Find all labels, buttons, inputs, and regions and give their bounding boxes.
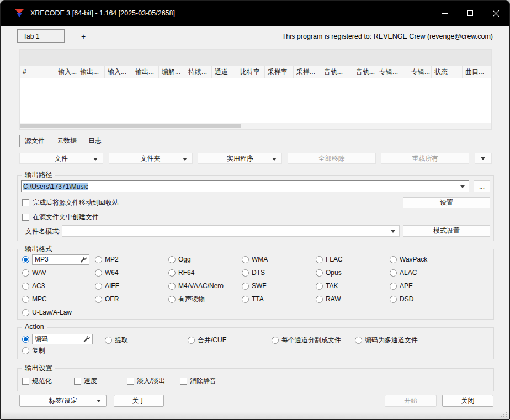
action-option-copy[interactable]: 复制	[22, 346, 45, 355]
tab-metadata[interactable]: 元数据	[52, 135, 82, 147]
column-header[interactable]: #	[20, 66, 55, 78]
column-header[interactable]: 编解...	[159, 66, 185, 78]
action-option-encode[interactable]: 编码	[22, 334, 93, 344]
checkbox-create-in-source-folder[interactable]: 在源文件夹中创建文件	[22, 212, 99, 222]
format-option-tak[interactable]: TAK	[316, 282, 390, 290]
format-option-opus[interactable]: Opus	[316, 269, 390, 277]
action-option-split-channels[interactable]: 每个通道分割成文件	[272, 336, 341, 345]
format-label: WavPack	[400, 256, 427, 263]
format-option-wavpack[interactable]: WavPack	[390, 256, 491, 263]
filename-pattern-combobox[interactable]	[62, 225, 400, 237]
checkbox-normalize[interactable]: 规范化	[22, 376, 52, 386]
radio-icon	[22, 347, 29, 354]
format-option-ac3[interactable]: AC3	[22, 282, 95, 290]
tab-source-files[interactable]: 源文件	[19, 135, 50, 147]
column-header[interactable]: 输入...	[105, 66, 132, 78]
more-options-button[interactable]	[475, 153, 492, 164]
format-option-dts[interactable]: DTS	[242, 269, 316, 277]
format-option-ulaw[interactable]: U-Law/A-Law	[22, 309, 95, 316]
radio-icon	[22, 283, 29, 290]
format-option-dsd[interactable]: DSD	[390, 295, 491, 303]
format-option-mp3[interactable]: MP3	[22, 254, 95, 265]
about-button[interactable]: 关于	[114, 395, 164, 407]
format-option-ogg[interactable]: Ogg	[168, 256, 242, 263]
radio-icon	[355, 337, 362, 344]
format-option-ofr[interactable]: OFR	[95, 295, 168, 303]
window-title: XRECODE 3 [64-bit] - 1.164 [2025-03-05/2…	[30, 9, 175, 17]
action-option-merge-cue[interactable]: 合并/CUE	[188, 336, 227, 345]
column-header[interactable]: 持续...	[185, 66, 212, 78]
checkbox-fade-in-out[interactable]: 淡入/淡出	[127, 376, 165, 386]
format-option-w64[interactable]: W64	[95, 269, 168, 277]
format-option-tta[interactable]: TTA	[242, 295, 316, 303]
minimize-button[interactable]	[432, 1, 458, 26]
maximize-button[interactable]	[458, 1, 483, 26]
column-header[interactable]: 采样...	[294, 66, 321, 78]
format-option-wav[interactable]: WAV	[22, 269, 95, 277]
add-tab-button[interactable]: +	[71, 29, 95, 43]
column-header[interactable]: 专辑...	[376, 66, 408, 78]
close-button[interactable]	[483, 1, 508, 26]
folder-dropdown-button[interactable]: 文件夹	[109, 153, 193, 164]
window-controls	[432, 1, 508, 26]
output-path-combobox[interactable]: C:\Users\17371\Music	[21, 180, 469, 192]
add-tab-label: +	[81, 32, 86, 41]
remove-all-label: 全部移除	[318, 154, 345, 163]
format-option-audiobook[interactable]: 有声读物	[168, 295, 242, 304]
tab-1[interactable]: Tab 1	[17, 29, 65, 43]
action-option-extract[interactable]: 提取	[105, 336, 128, 345]
checkbox-icon	[127, 378, 134, 385]
tab-1-label: Tab 1	[23, 33, 39, 40]
format-option-m4a[interactable]: M4A/AAC/Nero	[168, 282, 242, 290]
format-option-rf64[interactable]: RF64	[168, 269, 242, 277]
column-header[interactable]: 通道	[212, 66, 237, 78]
column-header[interactable]: 曲目...	[463, 66, 491, 78]
file-dropdown-button[interactable]: 文件	[19, 153, 103, 164]
format-option-swf[interactable]: SWF	[242, 282, 316, 290]
checkbox-remove-silence[interactable]: 消除静音	[180, 376, 216, 386]
remove-all-button[interactable]: 全部移除	[288, 153, 376, 164]
settings-button[interactable]: 设置	[403, 197, 490, 208]
format-option-mpc[interactable]: MPC	[22, 295, 95, 303]
format-option-mp2[interactable]: MP2	[95, 256, 168, 263]
browse-button[interactable]: ...	[474, 180, 490, 192]
radio-icon	[390, 296, 397, 303]
close-window-button[interactable]: 关闭	[442, 395, 493, 407]
action-option-multichannel[interactable]: 编码为多通道文件	[355, 336, 418, 345]
column-header[interactable]: 比特率	[237, 66, 265, 78]
format-option-alac[interactable]: ALAC	[390, 269, 491, 277]
title-bar: XRECODE 3 [64-bit] - 1.164 [2025-03-05/2…	[1, 1, 509, 26]
column-header[interactable]: 采样率	[265, 66, 294, 78]
checkbox-speed[interactable]: 速度	[74, 376, 97, 386]
column-header[interactable]: 专辑...	[408, 66, 432, 78]
column-header[interactable]: 输出...	[77, 66, 105, 78]
resize-grip-icon[interactable]	[501, 411, 507, 418]
format-option-wma[interactable]: WMA	[242, 256, 316, 263]
column-header[interactable]: 输入...	[55, 66, 77, 78]
format-option-aiff[interactable]: AIFF	[95, 282, 168, 290]
checkbox-icon	[22, 378, 29, 385]
action-label: 每个通道分割成文件	[281, 336, 341, 345]
format-option-flac[interactable]: FLAC	[316, 256, 390, 263]
format-option-raw[interactable]: RAW	[316, 295, 390, 303]
tags-settings-button[interactable]: 标签/设定	[19, 395, 107, 407]
output-path-value: C:\Users\17371\Music	[23, 183, 88, 190]
wrench-icon[interactable]	[79, 256, 87, 263]
chevron-down-icon	[272, 158, 277, 161]
format-option-ape[interactable]: APE	[390, 282, 491, 290]
reload-all-button[interactable]: 重载所有	[381, 153, 469, 164]
column-header[interactable]: 音轨...	[353, 66, 376, 78]
utilities-dropdown-button[interactable]: 实用程序	[198, 153, 282, 164]
checkbox-move-to-recycle[interactable]: 完成后将源文件移动到回收站	[22, 198, 119, 208]
radio-icon	[168, 256, 176, 263]
radio-icon	[188, 337, 195, 344]
column-header[interactable]: 状态	[432, 66, 463, 78]
horizontal-scrollbar[interactable]	[20, 123, 491, 129]
start-button[interactable]: 开始	[385, 395, 437, 407]
pattern-settings-button[interactable]: 模式设置	[403, 225, 490, 237]
scrollbar-thumb[interactable]	[20, 124, 241, 128]
wrench-icon[interactable]	[83, 336, 90, 343]
column-header[interactable]: 输出...	[132, 66, 159, 78]
tab-log[interactable]: 日志	[83, 135, 107, 147]
column-header[interactable]: 音轨...	[321, 66, 353, 78]
